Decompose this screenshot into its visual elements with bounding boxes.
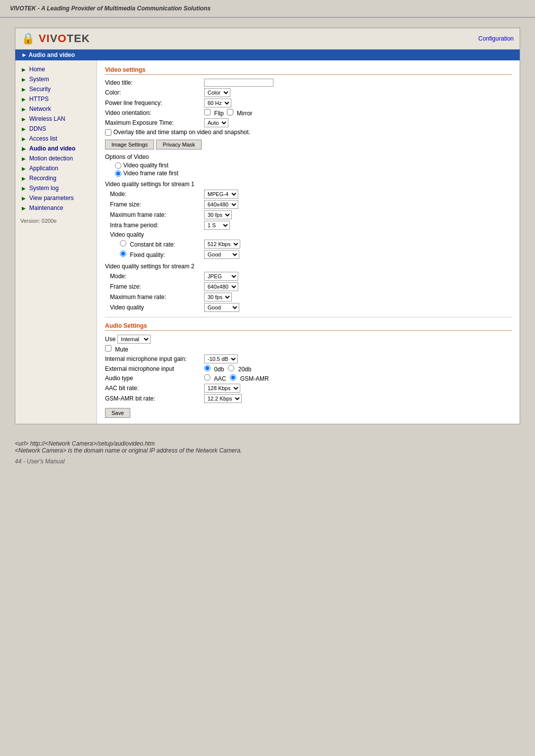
video-quality-first-radio[interactable] xyxy=(115,162,121,169)
sidebar-item-wireless-lan-label: Wireless LAN xyxy=(29,115,65,122)
sidebar-item-network[interactable]: ▶ Network xyxy=(15,104,97,114)
sidebar-item-security[interactable]: ▶ Security xyxy=(15,84,97,94)
stream2-max-frame-rate-label: Maximum frame rate: xyxy=(110,294,204,301)
internal-mic-gain-label: Internal microphone input gain: xyxy=(105,355,204,362)
content-area: ▶ Home ▶ System ▶ Security ▶ HTTPS ▶ Net… xyxy=(15,60,520,424)
gsm-amr-radio[interactable] xyxy=(230,374,236,381)
options-of-video-title: Options of Video xyxy=(105,153,512,160)
sidebar-item-view-parameters[interactable]: ▶ View parameters xyxy=(15,193,97,203)
sidebar-item-network-label: Network xyxy=(29,105,51,112)
privacy-mask-button[interactable]: Privacy Mask xyxy=(156,140,201,150)
aac-label[interactable]: AAC xyxy=(204,374,226,382)
breadcrumb-text: Audio and video xyxy=(29,51,75,58)
image-settings-button[interactable]: Image Settings xyxy=(105,140,154,150)
stream2-video-quality-label: Video quality xyxy=(110,304,204,311)
stream2-video-quality-select[interactable]: Medium Standard Good Detailed Excellent xyxy=(204,303,239,312)
mirror-checkbox[interactable] xyxy=(227,109,233,115)
stream1-max-frame-rate-select[interactable]: 1 fps 5 fps 10 fps 15 fps 20 fps 25 fps … xyxy=(204,210,232,219)
mute-checkbox[interactable] xyxy=(105,345,111,352)
flip-checkbox[interactable] xyxy=(204,109,211,115)
ext-0db-label[interactable]: 0db xyxy=(204,365,224,373)
audio-settings-header: Audio Settings xyxy=(105,322,512,331)
stream2-max-frame-rate-select[interactable]: 1 fps 5 fps 10 fps 15 fps 20 fps 25 fps … xyxy=(204,293,232,302)
version-text: Version: 0200e xyxy=(20,218,56,224)
stream2-mode-label: Mode: xyxy=(110,273,204,280)
ext-20db-label[interactable]: 20db xyxy=(228,365,251,373)
stream2-frame-size-select[interactable]: 160x120 320x240 640x480 xyxy=(204,282,238,291)
power-freq-select[interactable]: 50 Hz 60 Hz xyxy=(204,99,231,107)
sidebar-item-https[interactable]: ▶ HTTPS xyxy=(15,94,97,104)
video-title-input[interactable] xyxy=(204,79,273,87)
stream1-constant-bitrate-row: Constant bit rate: 40 Kbps 64 Kbps 128 K… xyxy=(110,240,512,249)
stream1-constant-bitrate-radio[interactable] xyxy=(120,240,126,247)
max-exposure-select[interactable]: Auto 1/5 1/15 1/30 xyxy=(204,118,228,127)
mirror-label[interactable]: Mirror xyxy=(227,109,253,117)
flip-label[interactable]: Flip xyxy=(204,109,224,117)
ext-0db-radio[interactable] xyxy=(204,365,211,371)
power-freq-label: Power line frequency: xyxy=(105,100,204,106)
wireless-lan-icon: ▶ xyxy=(20,115,27,122)
video-frame-rate-first-label: Video frame rate first xyxy=(123,170,178,177)
stream2-section-title: Video quality settings for stream 2 xyxy=(105,263,512,270)
color-label: Color: xyxy=(105,89,204,96)
stream1-fixed-quality-select[interactable]: Medium Standard Good Detailed Excellent xyxy=(204,250,239,259)
sidebar-item-home-label: Home xyxy=(29,66,45,73)
stream1-intra-frame-label: Intra frame period: xyxy=(110,222,204,229)
sidebar-item-home[interactable]: ▶ Home xyxy=(15,64,97,74)
color-row: Color: Color B/W xyxy=(105,88,512,97)
mute-label[interactable]: Mute xyxy=(105,345,128,353)
mute-row: Mute xyxy=(105,345,512,353)
logo: 🔒 VIVOTEK xyxy=(21,32,90,45)
sidebar-item-ddns[interactable]: ▶ DDNS xyxy=(15,124,97,134)
sidebar-item-system[interactable]: ▶ System xyxy=(15,74,97,84)
sidebar-item-application[interactable]: ▶ Application xyxy=(15,163,97,173)
ext-20db-radio[interactable] xyxy=(228,365,234,371)
stream1-intra-frame-select[interactable]: 1/2 S 1 S 2 S 3 S 4 S xyxy=(204,221,230,230)
save-button-area: Save xyxy=(105,408,512,418)
video-frame-rate-first-radio[interactable] xyxy=(115,170,121,177)
stream1-fixed-quality-row: Fixed quality: Medium Standard Good Deta… xyxy=(110,250,512,259)
stream1-constant-bitrate-label: Constant bit rate: xyxy=(110,240,204,248)
footer-notes: <url> http://<Network Camera>/setup/audi… xyxy=(0,434,535,456)
audio-settings-title: Audio Settings xyxy=(105,322,147,329)
max-exposure-label: Maximum Exposure Time: xyxy=(105,119,204,126)
gsm-bitrate-select[interactable]: 4.75 Kbps 5.15 Kbps 5.9 Kbps 6.7 Kbps 7.… xyxy=(204,394,242,403)
stream1-fixed-quality-radio[interactable] xyxy=(120,251,126,257)
stream1-mode-select[interactable]: MPEG-4 JPEG H.264 xyxy=(204,190,238,199)
gsm-amr-label[interactable]: GSM-AMR xyxy=(230,374,268,382)
stream2-max-frame-rate-row: Maximum frame rate: 1 fps 5 fps 10 fps 1… xyxy=(110,293,512,302)
save-button[interactable]: Save xyxy=(105,408,130,418)
sidebar-item-recording[interactable]: ▶ Recording xyxy=(15,173,97,183)
system-icon: ▶ xyxy=(20,76,27,83)
use-select[interactable]: Internal External xyxy=(117,335,151,344)
stream2-frame-size-label: Frame size: xyxy=(110,283,204,290)
stream2-mode-row: Mode: MPEG-4 JPEG H.264 xyxy=(110,272,512,281)
view-parameters-icon: ▶ xyxy=(20,195,27,202)
sidebar-item-audio-video[interactable]: ▶ Audio and video xyxy=(15,144,97,153)
sidebar-item-maintenance[interactable]: ▶ Maintenance xyxy=(15,203,97,213)
aac-bitrate-select[interactable]: 16 Kbps 32 Kbps 48 Kbps 64 Kbps 96 Kbps … xyxy=(204,384,240,393)
stream2-mode-select[interactable]: MPEG-4 JPEG H.264 xyxy=(204,272,238,281)
sidebar-version: Version: 0200e xyxy=(15,213,97,226)
ddns-icon: ▶ xyxy=(20,125,27,132)
manual-label: 44 - User's Manual xyxy=(0,456,535,475)
color-select[interactable]: Color B/W xyxy=(204,88,230,97)
overlay-label: Overlay title and time stamp on video an… xyxy=(113,129,250,136)
use-row: Use Internal External xyxy=(105,335,512,344)
overlay-checkbox[interactable] xyxy=(105,129,111,136)
stream2-video-quality-row: Video quality Medium Standard Good Detai… xyxy=(110,303,512,312)
stream1-constant-bitrate-select[interactable]: 40 Kbps 64 Kbps 128 Kbps 256 Kbps 512 Kb… xyxy=(204,240,240,249)
stream1-frame-size-select[interactable]: 160x120 320x240 640x480 xyxy=(204,200,238,209)
logo-votek: VOTEK xyxy=(50,32,90,45)
sidebar-item-system-log[interactable]: ▶ System log xyxy=(15,183,97,193)
internal-mic-gain-select[interactable]: -10.5 dB -7.5 dB -4.5 dB -1.5 dB 1.5 dB xyxy=(204,354,238,363)
config-link[interactable]: Configuration xyxy=(479,35,514,42)
aac-radio[interactable] xyxy=(204,374,211,381)
page-header: VIVOTEK - A Leading Provider of Multimed… xyxy=(0,0,535,18)
video-orient-row: Video orientation: Flip Mirror xyxy=(105,109,512,117)
sidebar-item-access-list[interactable]: ▶ Access list xyxy=(15,134,97,144)
maintenance-icon: ▶ xyxy=(20,204,27,211)
sidebar-item-wireless-lan[interactable]: ▶ Wireless LAN xyxy=(15,114,97,124)
sidebar-item-motion-detection[interactable]: ▶ Motion detection xyxy=(15,153,97,163)
sidebar-item-application-label: Application xyxy=(29,165,58,172)
